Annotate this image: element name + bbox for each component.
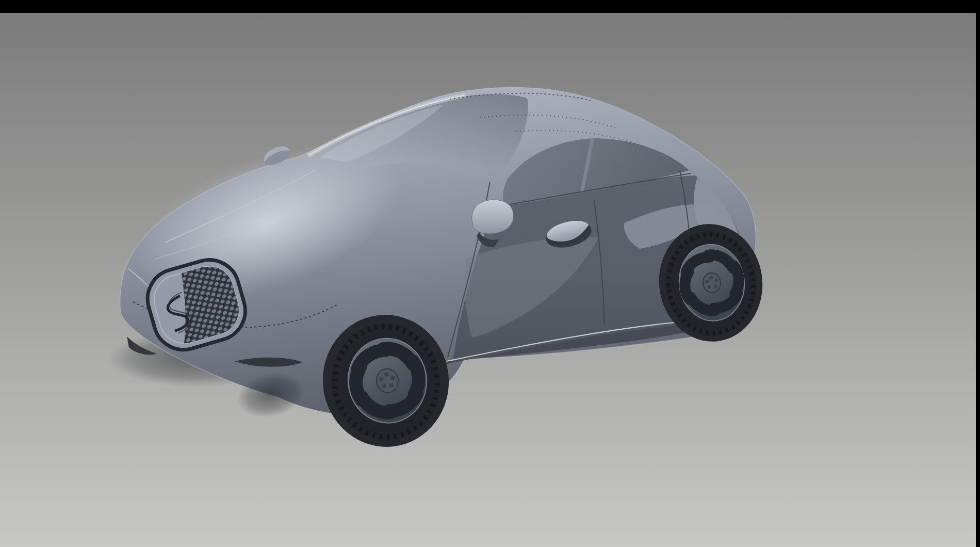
top-black-bar — [0, 0, 980, 13]
viewport-3d-canvas[interactable]: 3D CAD viewport render of a silver-grey … — [0, 0, 980, 547]
cad-application-screen: 3D CAD viewport render of a silver-grey … — [0, 0, 980, 547]
right-black-bar — [976, 0, 980, 547]
